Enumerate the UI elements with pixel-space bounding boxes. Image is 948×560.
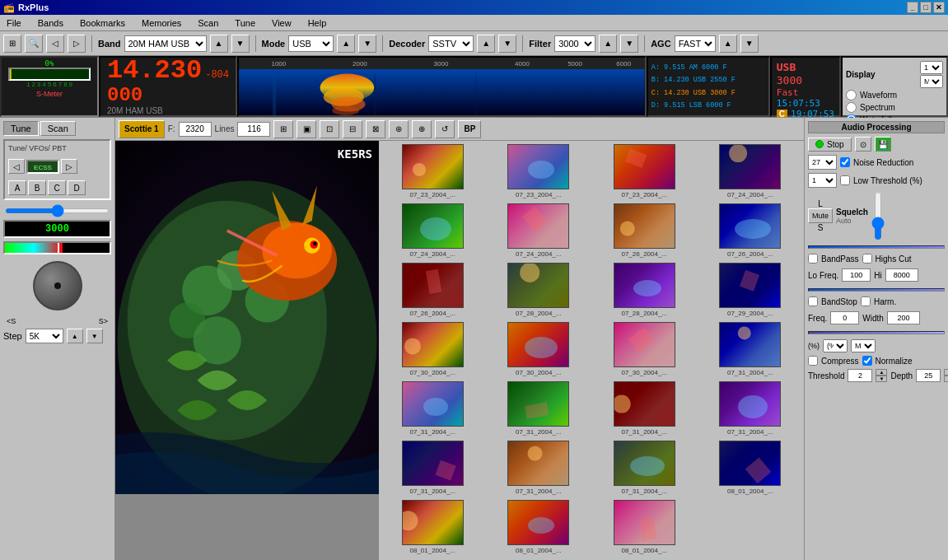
bs-freq-input[interactable] (830, 311, 859, 324)
nr-value-select[interactable]: 27 (808, 155, 837, 170)
vfo-next-btn[interactable]: ▷ (61, 159, 77, 174)
vfo-c-btn[interactable]: C (48, 180, 66, 195)
gallery-item-0[interactable]: 07_23_2004_... (382, 144, 483, 198)
gallery-item-22[interactable]: 07_31_2004_... (594, 441, 695, 495)
gallery-item-5[interactable]: 07_24_2004_... (488, 203, 590, 258)
bs-width-input[interactable] (887, 311, 920, 324)
gallery-item-11[interactable]: 07_29_2004_... (700, 263, 801, 317)
freq-display[interactable]: 14.230 -804 000 20M HAM USB (99, 56, 237, 117)
gallery-item-3[interactable]: 07_24_2004_... (700, 144, 801, 198)
waveform-radio[interactable] (846, 90, 857, 100)
gallery-item-23[interactable]: 08_01_2004_... (700, 441, 801, 495)
compress-checkbox[interactable] (808, 356, 818, 366)
waveform-option[interactable]: Waveform (846, 90, 943, 100)
hi-freq-input[interactable] (885, 268, 918, 282)
agc-up[interactable]: ▲ (719, 35, 737, 53)
decoder-select[interactable]: SSTV (428, 35, 474, 52)
filter-select[interactable]: 3000 (554, 35, 595, 52)
gallery-item-12[interactable]: 07_30_2004_... (382, 322, 483, 376)
sstv-freq-input[interactable] (179, 122, 212, 137)
gallery-item-24[interactable]: 08_01_2004_... (382, 500, 483, 554)
vfo-d-btn[interactable]: D (68, 180, 86, 195)
sstv-icon-1[interactable]: ⊞ (273, 120, 293, 138)
step-down[interactable]: ▼ (86, 329, 103, 343)
decoder-down[interactable]: ▼ (498, 35, 516, 53)
menu-tune[interactable]: Tune (231, 16, 259, 30)
tab-scan[interactable]: Scan (40, 121, 76, 136)
lo-freq-input[interactable] (842, 268, 871, 282)
toolbar-btn-back[interactable]: ◁ (46, 35, 64, 53)
gallery-item-25[interactable]: 08_01_2004_... (488, 500, 590, 554)
gallery-item-9[interactable]: 07_28_2004_... (488, 263, 590, 317)
toolbar-btn-fwd[interactable]: ▷ (68, 35, 86, 53)
mode-m-select[interactable]: M (920, 75, 943, 88)
bandpass-checkbox[interactable] (808, 254, 818, 264)
lt-checkbox[interactable] (840, 175, 850, 185)
gallery-item-18[interactable]: 07_31_2004_... (594, 381, 695, 436)
pbt-slider[interactable] (5, 208, 110, 213)
spectrum-option[interactable]: Spectrum (846, 102, 943, 113)
highs-cut-checkbox[interactable] (862, 254, 872, 264)
close-button[interactable]: ✕ (933, 2, 945, 13)
band-up[interactable]: ▲ (210, 35, 228, 53)
tab-tune[interactable]: Tune (3, 121, 39, 136)
menu-file[interactable]: File (3, 16, 25, 30)
mode-up[interactable]: ▲ (337, 35, 355, 53)
gallery-item-7[interactable]: 07_26_2004_... (700, 203, 801, 258)
mode-select[interactable]: USB (288, 35, 334, 52)
depth-up[interactable]: ▲ (944, 369, 948, 376)
gallery-item-4[interactable]: 07_24_2004_... (382, 203, 483, 258)
gallery-item-13[interactable]: 07_30_2004_... (488, 322, 590, 376)
gallery-item-10[interactable]: 07_28_2004_... (594, 263, 695, 317)
bandstop-checkbox[interactable] (808, 296, 818, 306)
minimize-button[interactable]: _ (907, 2, 918, 13)
threshold-input[interactable] (848, 369, 872, 382)
gallery-item-6[interactable]: 07_26_2004_... (594, 203, 695, 258)
sstv-icon-8[interactable]: ↺ (435, 120, 455, 138)
gallery-item-14[interactable]: 07_30_2004_... (594, 322, 695, 376)
vfo-a-btn[interactable]: A (8, 180, 26, 195)
step-up[interactable]: ▲ (67, 329, 83, 343)
sstv-icon-5[interactable]: ⊠ (366, 120, 385, 138)
gallery-item-26[interactable]: 08_01_2004_... (594, 500, 695, 554)
menu-scan[interactable]: Scan (194, 16, 222, 30)
gallery-item-19[interactable]: 07_31_2004_... (700, 381, 801, 436)
toolbar-btn-grid[interactable]: ⊞ (3, 35, 21, 53)
maximize-button[interactable]: □ (920, 2, 932, 13)
mute-button[interactable]: Mute (808, 208, 833, 223)
gallery-area[interactable]: 07_23_2004_...07_23_2004_...07_23_2004_.… (379, 141, 804, 560)
menu-memories[interactable]: Memories (138, 16, 184, 30)
threshold-up[interactable]: ▲ (876, 369, 887, 376)
m-select[interactable]: M (851, 339, 876, 352)
sstv-bp-btn[interactable]: BP (458, 120, 481, 138)
decoder-up[interactable]: ▲ (477, 35, 495, 53)
band-select[interactable]: 20M HAM USB (124, 35, 207, 52)
menu-view[interactable]: View (269, 16, 295, 30)
band-down[interactable]: ▼ (231, 35, 250, 53)
gallery-item-16[interactable]: 07_31_2004_... (382, 381, 483, 436)
tuning-knob[interactable] (33, 261, 82, 310)
sstv-lines-input[interactable] (237, 122, 270, 137)
depth-down[interactable]: ▼ (944, 376, 948, 382)
gallery-item-17[interactable]: 07_31_2004_... (488, 381, 590, 436)
agc-down[interactable]: ▼ (740, 35, 759, 53)
gallery-item-8[interactable]: 07_26_2004_... (382, 263, 483, 317)
filter-down[interactable]: ▼ (620, 35, 638, 53)
gallery-item-20[interactable]: 07_31_2004_... (382, 441, 483, 495)
squelch-slider[interactable] (871, 191, 885, 240)
spectrum-radio[interactable] (846, 102, 857, 113)
gallery-item-15[interactable]: 07_31_2004_... (700, 322, 801, 376)
filter-up[interactable]: ▲ (599, 35, 617, 53)
channel-select[interactable]: 1 (920, 61, 943, 74)
menu-help[interactable]: Help (305, 16, 330, 30)
threshold-down[interactable]: ▼ (876, 376, 887, 382)
sstv-icon-3[interactable]: ⊡ (320, 120, 339, 138)
save-btn[interactable]: 💾 (875, 137, 891, 152)
vfo-b-btn[interactable]: B (28, 180, 46, 195)
step-select[interactable]: 5K 1K 10K 100K (26, 329, 63, 343)
sstv-icon-4[interactable]: ⊟ (343, 120, 362, 138)
mode-down[interactable]: ▼ (358, 35, 376, 53)
sstv-icon-2[interactable]: ▣ (297, 120, 316, 138)
stop-button[interactable]: Stop (808, 138, 852, 152)
gallery-item-21[interactable]: 07_31_2004_... (488, 441, 590, 495)
